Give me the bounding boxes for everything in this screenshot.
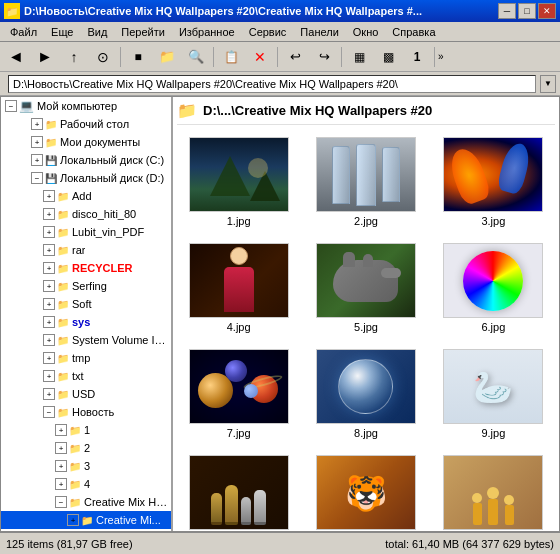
thumb-item-1[interactable]: 1.jpg <box>179 133 298 231</box>
up-button[interactable]: ↑ <box>60 45 88 69</box>
tree-item-n4[interactable]: + 📁 4 <box>1 475 171 493</box>
menu-panels[interactable]: Панели <box>294 25 344 39</box>
tree-item-add[interactable]: + 📁 Add <box>1 187 171 205</box>
expand-disco-empty <box>29 208 41 220</box>
folder-button[interactable]: 📁 <box>153 45 181 69</box>
thumb-label-5: 5.jpg <box>354 321 378 333</box>
expand-mycomputer[interactable]: − <box>5 100 17 112</box>
expand-tmp-btn[interactable]: + <box>43 352 55 364</box>
tree-item-localc[interactable]: + 💾 Локальный диск (C:) <box>1 151 171 169</box>
tree-item-locald[interactable]: − 💾 Локальный диск (D:) <box>1 169 171 187</box>
tree-item-usd[interactable]: + 📁 USD <box>1 385 171 403</box>
menu-tools[interactable]: Сервис <box>243 25 293 39</box>
target-button[interactable]: ⊙ <box>89 45 117 69</box>
expand-recycler-btn[interactable]: + <box>43 262 55 274</box>
file-panel[interactable]: 📁 D:\...\Creative Mix HQ Wallpapers #20 … <box>173 97 559 531</box>
expand-sysvol-btn[interactable]: + <box>43 334 55 346</box>
expand-creativemixsel-btn[interactable]: + <box>67 514 79 526</box>
view-btn-3[interactable]: 1 <box>403 45 431 69</box>
expand-n3-btn[interactable]: + <box>55 460 67 472</box>
thumb-label-8: 8.jpg <box>354 427 378 439</box>
expand-serfing-btn[interactable]: + <box>43 280 55 292</box>
expand-lubit-btn[interactable]: + <box>43 226 55 238</box>
tree-item-tmp[interactable]: + 📁 tmp <box>1 349 171 367</box>
menu-window[interactable]: Окно <box>347 25 385 39</box>
tree-item-creativemix[interactable]: − 📁 Creative Mix HC... <box>1 493 171 511</box>
address-dropdown[interactable]: ▼ <box>540 75 556 93</box>
tree-item-soft[interactable]: + 📁 Soft <box>1 295 171 313</box>
tree-item-creativemixsel[interactable]: + 📁 Creative Mi... <box>1 511 171 529</box>
thumb-item-6[interactable]: 6.jpg <box>434 239 553 337</box>
expand-usd-btn[interactable]: + <box>43 388 55 400</box>
thumb-item-7[interactable]: 7.jpg <box>179 345 298 443</box>
forward-button[interactable]: ► <box>31 45 59 69</box>
tree-item-mycomputer[interactable]: − 💻 Мой компьютер <box>1 97 171 115</box>
tree-item-sys[interactable]: + 📁 sys <box>1 313 171 331</box>
thumb-item-4[interactable]: 4.jpg <box>179 239 298 337</box>
thumb-item-12[interactable]: 12.jpg <box>434 451 553 531</box>
tree-item-desktop[interactable]: + 📁 Рабочий стол <box>1 115 171 133</box>
thumb-item-11[interactable]: 🐯 11.jpg <box>306 451 425 531</box>
expand-localc-btn[interactable]: + <box>31 154 43 166</box>
tree-item-recycler[interactable]: + 📁 RECYCLER <box>1 259 171 277</box>
expand-sys-btn[interactable]: + <box>43 316 55 328</box>
tree-item-novost[interactable]: − 📁 Новость <box>1 403 171 421</box>
expand-n4-btn[interactable]: + <box>55 478 67 490</box>
expand-n1-btn[interactable]: + <box>55 424 67 436</box>
copy-button[interactable]: 📋 <box>217 45 245 69</box>
thumb-item-3[interactable]: 3.jpg <box>434 133 553 231</box>
tree-panel[interactable]: − 💻 Мой компьютер + 📁 Рабочий стол + 📁 М… <box>1 97 173 531</box>
tree-item-mydocs[interactable]: + 📁 Мои документы <box>1 133 171 151</box>
expand-mydocs-btn[interactable]: + <box>31 136 43 148</box>
view-btn-1[interactable]: ▦ <box>345 45 373 69</box>
search-button[interactable]: 🔍 <box>182 45 210 69</box>
mycomputer-icon: 💻 <box>19 99 34 113</box>
expand-disco-btn[interactable]: + <box>43 208 55 220</box>
tree-item-disco[interactable]: + 📁 disco_hiti_80 <box>1 205 171 223</box>
tree-item-lubit[interactable]: + 📁 Lubit_vin_PDF <box>1 223 171 241</box>
tree-item-n1[interactable]: + 📁 1 <box>1 421 171 439</box>
expand-n2-btn[interactable]: + <box>55 442 67 454</box>
back-button[interactable]: ◄ <box>2 45 30 69</box>
minimize-button[interactable]: ─ <box>498 3 516 19</box>
expand-novost-btn[interactable]: − <box>43 406 55 418</box>
menu-file[interactable]: Файл <box>4 25 43 39</box>
thumb-item-5[interactable]: 5.jpg <box>306 239 425 337</box>
thumb-item-8[interactable]: 8.jpg <box>306 345 425 443</box>
expand-creativemix-btn[interactable]: − <box>55 496 67 508</box>
expand-rar-btn[interactable]: + <box>43 244 55 256</box>
tree-item-mixhd[interactable]: + 📁 Mix_HD_Wallpa... <box>1 529 171 531</box>
expand-locald-btn[interactable]: − <box>31 172 43 184</box>
figure-head-3 <box>504 495 514 505</box>
close-button[interactable]: ✕ <box>538 3 556 19</box>
thumb-item-2[interactable]: 2.jpg <box>306 133 425 231</box>
tree-item-sysvol[interactable]: + 📁 System Volume Info... <box>1 331 171 349</box>
tree-item-n2[interactable]: + 📁 2 <box>1 439 171 457</box>
menu-help[interactable]: Справка <box>386 25 441 39</box>
expand-desktop-btn[interactable]: + <box>31 118 43 130</box>
usd-icon: 📁 <box>57 389 69 400</box>
expand-add-btn[interactable]: + <box>43 190 55 202</box>
tree-item-serfing[interactable]: + 📁 Serfing <box>1 277 171 295</box>
tree-item-txt[interactable]: + 📁 txt <box>1 367 171 385</box>
menu-go[interactable]: Перейти <box>115 25 171 39</box>
thumb-item-10[interactable]: 10.jpg <box>179 451 298 531</box>
toolbar-more[interactable]: » <box>438 51 444 62</box>
tree-item-rar[interactable]: + 📁 rar <box>1 241 171 259</box>
delete-button[interactable]: ✕ <box>246 45 274 69</box>
address-input[interactable] <box>8 75 536 93</box>
menu-view[interactable]: Вид <box>81 25 113 39</box>
expand-txt-btn[interactable]: + <box>43 370 55 382</box>
view-btn-2[interactable]: ▩ <box>374 45 402 69</box>
n2-icon: 📁 <box>69 443 81 454</box>
tree-item-n3[interactable]: + 📁 3 <box>1 457 171 475</box>
expand-soft-btn[interactable]: + <box>43 298 55 310</box>
undo-button[interactable]: ↩ <box>281 45 309 69</box>
redo-button[interactable]: ↪ <box>310 45 338 69</box>
menu-edit[interactable]: Еще <box>45 25 79 39</box>
maximize-button[interactable]: □ <box>518 3 536 19</box>
expand-novost-empty <box>29 406 41 418</box>
stop-button[interactable]: ■ <box>124 45 152 69</box>
menu-favorites[interactable]: Избранное <box>173 25 241 39</box>
thumb-item-9[interactable]: 🦢 9.jpg <box>434 345 553 443</box>
